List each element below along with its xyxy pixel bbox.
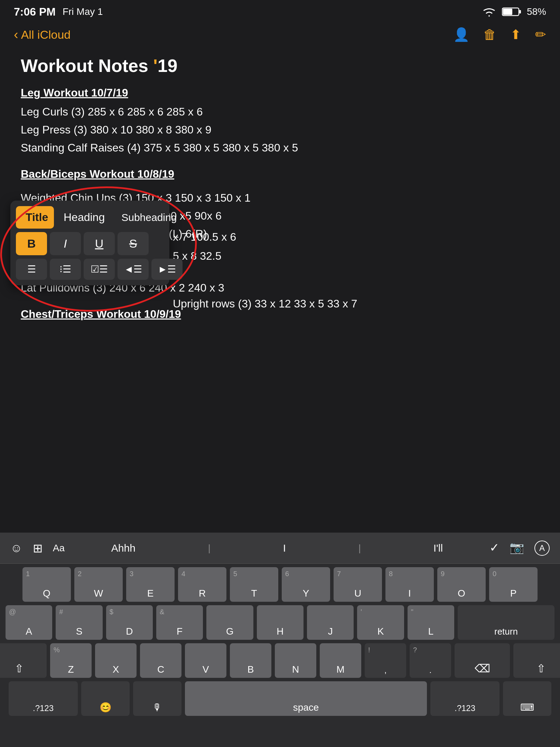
keyboard-row-1: 1Q 2W 3E 4R 5T 6Y 7U 8I 9O 0P <box>6 567 554 602</box>
indent-button[interactable]: ►☰ <box>151 259 183 280</box>
key-k[interactable]: 'K <box>357 605 404 640</box>
battery-percent: 58% <box>527 6 546 17</box>
key-a[interactable]: @A <box>6 605 52 640</box>
strikethrough-button[interactable]: S <box>118 232 149 255</box>
camera-icon[interactable]: 📷 <box>510 541 524 556</box>
numbers-key-left[interactable]: .?123 <box>9 681 78 716</box>
emoji-toolbar-icon[interactable]: ☺ <box>10 541 22 555</box>
svg-rect-1 <box>519 10 521 13</box>
back-chevron-icon: ‹ <box>14 27 18 42</box>
key-i[interactable]: 8I <box>385 567 434 602</box>
grid-toolbar-icon[interactable]: ⊞ <box>33 541 43 555</box>
section-leg-workout: Leg Workout 10/7/19 Leg Curls (3) 285 x … <box>21 86 539 156</box>
section-header-1: Leg Workout 10/7/19 <box>21 86 539 99</box>
heading-button[interactable]: Heading <box>57 206 112 229</box>
formatting-popup: Title Heading Subheading B I U S ☰ ⁝☰ ☑☰… <box>10 201 169 285</box>
keyboard-icon-key[interactable]: ⌨ <box>503 681 551 716</box>
numbers-key-right[interactable]: .?123 <box>430 681 500 716</box>
status-date: Fri May 1 <box>63 6 103 17</box>
key-c[interactable]: C <box>140 643 181 678</box>
suggestion-separator-1: | <box>208 543 211 554</box>
person-add-icon[interactable]: 👤 <box>453 27 469 42</box>
svg-rect-2 <box>503 9 512 15</box>
key-o[interactable]: 9O <box>437 567 486 602</box>
suggestion-separator-2: | <box>358 543 361 554</box>
status-time: 7:06 PM <box>14 6 56 18</box>
trash-icon[interactable]: 🗑 <box>483 27 496 42</box>
status-icons: 58% <box>482 6 546 17</box>
key-h[interactable]: H <box>257 605 304 640</box>
key-z[interactable]: %Z <box>50 643 92 678</box>
suggestion-area: Ahhh | I | I'll <box>75 542 479 554</box>
wifi-icon <box>482 6 496 17</box>
key-j[interactable]: J <box>307 605 354 640</box>
keyboard-rows: 1Q 2W 3E 4R 5T 6Y 7U 8I 9O 0P @A #S $D &… <box>0 564 560 716</box>
partial-line-2: 5 x 8 32.5 <box>173 247 539 265</box>
key-u[interactable]: 7U <box>334 567 382 602</box>
key-period[interactable]: ?. <box>410 643 451 678</box>
italic-button[interactable]: I <box>50 232 81 255</box>
emoji-key[interactable]: 😊 <box>81 681 130 716</box>
bullet-list-button[interactable]: ☰ <box>16 259 47 280</box>
partial-line-3: Upright rows (3) 33 x 12 33 x 5 33 x 7 <box>173 297 357 310</box>
format-list-row: ☰ ⁝☰ ☑☰ ◄☰ ►☰ <box>16 259 164 280</box>
edit-icon[interactable]: ✏ <box>535 27 546 42</box>
note-title: Workout Notes '19 <box>21 55 539 76</box>
line-1-1: Leg Curls (3) 285 x 6 285 x 6 285 x 6 <box>21 103 539 120</box>
partial-bottom-text: Upright rows (3) 33 x 12 33 x 5 33 x 7 <box>173 297 357 310</box>
partial-line-1: x 7 100.5 x 6 <box>173 228 539 246</box>
numbered-list-button[interactable]: ⁝☰ <box>50 259 81 280</box>
key-b[interactable]: B <box>230 643 271 678</box>
keyboard-area: ☺ ⊞ Aa Ahhh | I | I'll ✓ 📷 A 1Q 2W 3E 4R… <box>0 533 560 747</box>
back-button[interactable]: ‹ All iCloud <box>14 27 71 42</box>
key-w[interactable]: 2W <box>74 567 123 602</box>
mic-key[interactable]: 🎙 <box>133 681 181 716</box>
key-comma[interactable]: !, <box>365 643 406 678</box>
key-l[interactable]: "L <box>408 605 454 640</box>
nav-bar: ‹ All iCloud 👤 🗑 ⬆ ✏ <box>0 21 560 48</box>
outdent-button[interactable]: ◄☰ <box>118 259 149 280</box>
suggestion-3[interactable]: I'll <box>433 542 443 554</box>
note-content: Workout Notes '19 Leg Workout 10/7/19 Le… <box>0 48 560 332</box>
key-r[interactable]: 4R <box>178 567 226 602</box>
space-key[interactable]: space <box>185 681 427 716</box>
share-icon[interactable]: ⬆ <box>510 27 521 42</box>
battery-icon <box>502 7 521 17</box>
backspace-key[interactable]: ⌫ <box>455 643 510 678</box>
keyboard-row-3: ⇧ %Z X C V B N M !, ?. ⌫ ⇧ <box>6 643 554 678</box>
key-g[interactable]: G <box>206 605 253 640</box>
font-toolbar-icon[interactable]: Aa <box>53 543 65 554</box>
suggestion-2[interactable]: I <box>283 542 286 554</box>
shift-key-left[interactable]: ⇧ <box>0 643 47 678</box>
underline-button[interactable]: U <box>84 232 115 255</box>
title-button[interactable]: Title <box>16 206 54 229</box>
line-1-2: Leg Press (3) 380 x 10 380 x 8 380 x 9 <box>21 121 539 138</box>
key-f[interactable]: &F <box>156 605 203 640</box>
kb-toolbar-right: ✓ 📷 A <box>489 541 550 556</box>
status-bar: 7:06 PM Fri May 1 58% <box>0 0 560 21</box>
key-d[interactable]: $D <box>106 605 153 640</box>
check-circle-icon[interactable]: ✓ <box>489 541 499 556</box>
key-n[interactable]: N <box>275 643 316 678</box>
keyboard-toolbar: ☺ ⊞ Aa Ahhh | I | I'll ✓ 📷 A <box>0 533 560 564</box>
key-t[interactable]: 5T <box>230 567 278 602</box>
behind-popup-text: x 7 100.5 x 6 5 x 8 32.5 <box>173 228 539 266</box>
checklist-button[interactable]: ☑☰ <box>84 259 115 280</box>
key-q[interactable]: 1Q <box>22 567 71 602</box>
bold-button[interactable]: B <box>16 232 47 255</box>
key-x[interactable]: X <box>95 643 137 678</box>
key-p[interactable]: 0P <box>489 567 538 602</box>
subheading-button[interactable]: Subheading <box>114 207 184 228</box>
a-circle-icon[interactable]: A <box>534 541 550 556</box>
keyboard-row-4: .?123 😊 🎙 space .?123 ⌨ <box>6 681 554 716</box>
key-e[interactable]: 3E <box>126 567 175 602</box>
line-1-3: Standing Calf Raises (4) 375 x 5 380 x 5… <box>21 139 539 156</box>
return-key[interactable]: return <box>458 605 554 640</box>
key-m[interactable]: M <box>320 643 361 678</box>
key-v[interactable]: V <box>185 643 226 678</box>
section-header-2: Back/Biceps Workout 10/8/19 <box>21 168 539 181</box>
shift-key-right[interactable]: ⇧ <box>513 643 560 678</box>
suggestion-1[interactable]: Ahhh <box>111 542 136 554</box>
key-y[interactable]: 6Y <box>282 567 330 602</box>
key-s[interactable]: #S <box>56 605 102 640</box>
